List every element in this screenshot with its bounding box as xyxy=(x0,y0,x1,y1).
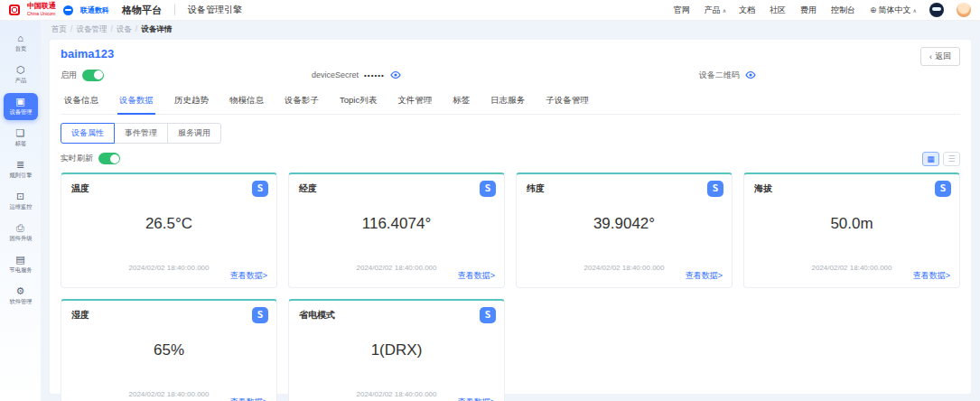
data-subtab[interactable]: 事件管理 xyxy=(114,123,168,144)
sidebar-item[interactable]: ⎙ 固件升级 xyxy=(4,219,38,247)
view-data-link[interactable]: 查看数据> xyxy=(686,270,723,282)
property-card-title: 海拔 xyxy=(754,182,949,195)
device-tab[interactable]: 标签 xyxy=(451,91,471,114)
header-nav-item-label: 控制台 xyxy=(831,5,855,16)
list-view-button[interactable]: ☰ xyxy=(943,152,960,166)
device-secret-label: deviceSecret xyxy=(312,70,359,79)
user-avatar[interactable] xyxy=(957,3,971,17)
sidebar-item[interactable]: ▤ 节电服务 xyxy=(4,251,38,278)
show-secret-eye-icon[interactable] xyxy=(390,70,401,79)
language-selector[interactable]: ⊕ 简体中文 ∧ xyxy=(870,5,917,16)
property-card-value: 26.5°C xyxy=(61,215,276,233)
device-tab[interactable]: 子设备管理 xyxy=(544,91,591,114)
sidebar-item-label: 规则引擎 xyxy=(9,172,32,178)
view-data-link[interactable]: 查看数据> xyxy=(458,270,495,282)
view-data-link[interactable]: 查看数据> xyxy=(230,396,267,401)
shadow-data-icon[interactable]: S xyxy=(252,307,268,323)
sidebar-item-label: 产品 xyxy=(14,77,26,83)
sidebar-item[interactable]: ⌂ 首页 xyxy=(4,30,38,57)
device-tab[interactable]: 日志服务 xyxy=(489,91,527,114)
header-nav-item[interactable]: 控制台 xyxy=(831,5,857,16)
breadcrumb-item[interactable]: 设备管理 xyxy=(76,24,112,35)
sidebar-item-label: 软件管理 xyxy=(9,298,32,304)
shadow-data-icon[interactable]: S xyxy=(252,181,268,197)
breadcrumb: 首页 设备管理 设备 设备详情 xyxy=(41,21,980,38)
device-tab[interactable]: 设备信息 xyxy=(62,91,100,114)
header-nav-item[interactable]: 文档 xyxy=(739,5,757,16)
property-cards-grid: 温度 S 26.5°C 2024/02/02 18:40:00.000 查看数据… xyxy=(61,173,960,401)
header-nav-item-label: 文档 xyxy=(739,5,755,16)
view-toggle-group: ▦ ☰ xyxy=(922,152,960,166)
breadcrumb-item-label: 设备 xyxy=(117,24,132,33)
firmware-icon: ⎙ xyxy=(16,223,24,233)
header-nav-item-label: 产品 xyxy=(705,5,721,16)
grid-view-button[interactable]: ▦ xyxy=(922,152,939,166)
view-data-link[interactable]: 查看数据> xyxy=(913,270,950,282)
platform-title: 格物平台 xyxy=(122,4,162,17)
monitor-icon: ⊡ xyxy=(16,191,24,201)
data-subtab[interactable]: 设备属性 xyxy=(61,123,115,144)
home-icon: ⌂ xyxy=(17,33,23,43)
data-subtab[interactable]: 服务调用 xyxy=(167,123,221,144)
header-nav-item-label: 官网 xyxy=(674,5,690,16)
product-icon: ⬡ xyxy=(16,65,25,75)
shadow-data-icon[interactable]: S xyxy=(707,181,723,197)
device-tab[interactable]: 文件管理 xyxy=(396,91,434,114)
property-card-value: 116.4074° xyxy=(289,215,504,233)
device-tabs: 设备信息 设备数据 历史趋势 物模信息 设备影子 Topic列表 文件管理 标签… xyxy=(61,91,960,115)
sidebar-item-label: 设备管理 xyxy=(9,108,32,115)
sidebar-item[interactable]: ⬡ 产品 xyxy=(4,61,38,89)
device-tab[interactable]: Topic列表 xyxy=(338,91,378,114)
device-tab[interactable]: 物模信息 xyxy=(228,91,266,114)
sidebar-item[interactable]: ⊡ 运维监控 xyxy=(4,188,38,215)
breadcrumb-item[interactable]: 首页 xyxy=(51,24,72,35)
property-card: 湿度 S 65% 2024/02/02 18:40:00.000 查看数据> xyxy=(61,299,277,401)
shadow-data-icon[interactable]: S xyxy=(935,181,951,197)
header-brand: 中国联通 China Unicom 联通数科 格物平台 设备管理引擎 xyxy=(9,3,242,18)
back-button[interactable]: ‹ 返回 xyxy=(920,47,960,66)
main-content: 首页 设备管理 设备 设备详情 baima123 ‹ 返回 启用 deviceS… xyxy=(41,21,980,401)
header-nav-item-label: 费用 xyxy=(800,5,817,16)
property-card-value: 1(DRX) xyxy=(289,341,504,359)
sidebar-item-label: 运维监控 xyxy=(9,203,32,210)
property-card-value: 39.9042° xyxy=(517,215,732,233)
device-tab[interactable]: 设备影子 xyxy=(283,91,321,114)
device-tab[interactable]: 设备数据 xyxy=(117,91,155,115)
shadow-data-icon[interactable]: S xyxy=(480,307,496,323)
assistant-avatar[interactable] xyxy=(929,3,944,17)
header-nav-item[interactable]: 产品 ∧ xyxy=(705,5,726,16)
rule-engine-icon: ≣ xyxy=(16,160,24,170)
header-nav: 官网 产品 ∧ 文档 社区 费用 控制台 ⊕ 简体中文 ∧ xyxy=(674,3,971,17)
sidebar-item-label: 节电服务 xyxy=(9,266,32,273)
unicom-digital-logo-icon xyxy=(63,5,73,15)
app-root: 中国联通 China Unicom 联通数科 格物平台 设备管理引擎 官网 产品… xyxy=(0,0,980,401)
sidebar-item[interactable]: ▣ 设备管理 xyxy=(4,93,38,120)
property-card-value: 50.0m xyxy=(744,215,959,233)
property-card: 经度 S 116.4074° 2024/02/02 18:40:00.000 查… xyxy=(288,173,505,288)
header-nav-item[interactable]: 费用 xyxy=(800,5,818,16)
back-button-label: 返回 xyxy=(935,51,951,62)
china-unicom-title: 中国联通 xyxy=(27,2,56,10)
breadcrumb-item-label: 设备详情 xyxy=(141,24,172,33)
header-nav-item[interactable]: 社区 xyxy=(770,5,788,16)
property-card: 纬度 S 39.9042° 2024/02/02 18:40:00.000 查看… xyxy=(516,173,733,288)
data-subtabs: 设备属性 事件管理 服务调用 xyxy=(61,123,960,144)
device-tab[interactable]: 历史趋势 xyxy=(173,91,210,114)
enable-toggle[interactable] xyxy=(82,70,104,81)
view-data-link[interactable]: 查看数据> xyxy=(230,270,267,282)
property-card-title: 温度 xyxy=(71,182,266,195)
header-nav-item[interactable]: 官网 xyxy=(674,5,692,16)
breadcrumb-item[interactable]: 设备详情 xyxy=(141,24,172,35)
show-qrcode-eye-icon[interactable] xyxy=(745,70,756,79)
property-card: 海拔 S 50.0m 2024/02/02 18:40:00.000 查看数据> xyxy=(743,173,960,288)
realtime-refresh-toggle[interactable] xyxy=(98,153,120,164)
sidebar-item[interactable]: ≣ 规则引擎 xyxy=(4,156,38,183)
sidebar-item[interactable]: ❏ 标签 xyxy=(4,125,38,152)
breadcrumb-item[interactable]: 设备 xyxy=(117,24,137,35)
view-data-link[interactable]: 查看数据> xyxy=(458,396,495,401)
sidebar-item[interactable]: ⚙ 软件管理 xyxy=(4,283,38,310)
chevron-up-icon: ∧ xyxy=(723,7,726,14)
shadow-data-icon[interactable]: S xyxy=(480,181,496,197)
china-unicom-logo-icon xyxy=(9,5,20,15)
grid-view-icon: ▦ xyxy=(927,154,935,163)
